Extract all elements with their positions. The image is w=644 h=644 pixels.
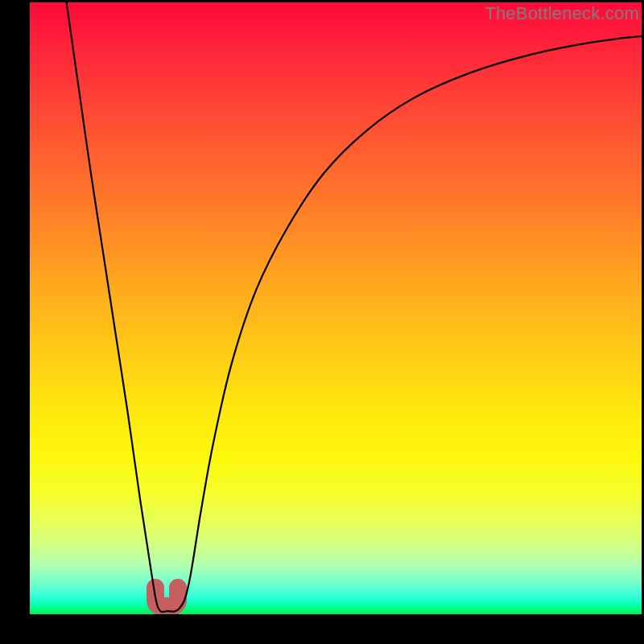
plot-area: [30, 2, 642, 614]
min-marker: [155, 588, 178, 606]
watermark-text: TheBottleneck.com: [485, 3, 639, 24]
chart-svg: [30, 2, 642, 614]
curve-path: [67, 2, 642, 612]
chart-frame: TheBottleneck.com: [0, 0, 644, 644]
